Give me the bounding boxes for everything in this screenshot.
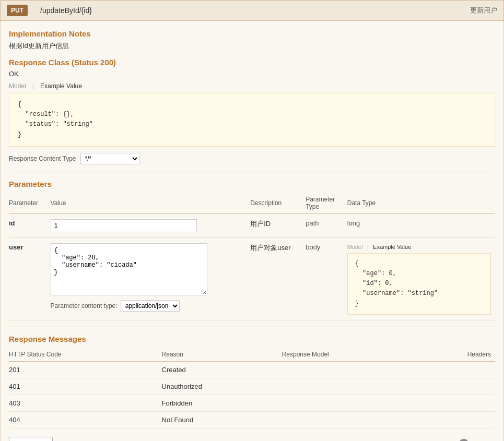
response-class-ok: OK [9, 70, 495, 78]
content-area: Implementation Notes 根据Id更新用户信息 Response… [0, 21, 504, 441]
param-textarea-user[interactable]: { "age": 28, "username": "cicada" } [51, 243, 207, 295]
param-data-type-user-cell: Model | Example Value { "age": 0, "id": … [347, 237, 495, 320]
inline-model-tabs: Model | Example Value [347, 243, 491, 251]
endpoint-title: 更新用户 [470, 6, 497, 15]
reason-403: Forbidden [162, 395, 282, 411]
col-parameter-type: Parameter Type [306, 193, 347, 214]
table-row: 201 Created [9, 361, 495, 378]
param-value-id-input[interactable] [51, 219, 197, 232]
reason-401: Unauthorized [162, 378, 282, 395]
implementation-notes-title: Implementation Notes [9, 29, 495, 38]
param-description-id: 用户ID [250, 213, 306, 237]
param-content-type-select[interactable]: application/json text/plain [121, 300, 180, 312]
param-value-user-cell: { "age": 28, "username": "cicada" } Para… [51, 237, 251, 320]
data-type-id: long [347, 213, 495, 237]
divider [9, 172, 495, 172]
status-201: 201 [9, 361, 162, 378]
param-value-id-cell [51, 213, 251, 237]
param-name-user: user [9, 237, 51, 320]
response-class-title: Response Class (Status 200) [9, 58, 495, 67]
status-401: 401 [9, 378, 162, 395]
model-401 [282, 378, 420, 395]
response-content-type-row: Response Content Type */* application/js… [9, 153, 495, 164]
headers-403 [420, 395, 495, 411]
parameters-title: Parameters [9, 180, 495, 188]
implementation-notes-desc: 根据Id更新用户信息 [9, 41, 495, 51]
response-content-type-select[interactable]: */* application/json text/plain [80, 153, 139, 164]
status-403: 403 [9, 395, 162, 411]
try-it-button[interactable]: Try it out! [9, 437, 53, 441]
table-row: id 用户ID path long [9, 213, 495, 237]
param-type-user: body [306, 237, 347, 320]
headers-201 [420, 361, 495, 378]
tab-separator: | [32, 82, 34, 90]
response-code-block: { "result": {}, "status": "string" } [9, 93, 495, 147]
model-403 [282, 395, 420, 411]
response-example-value-tab[interactable]: Example Value [40, 82, 82, 90]
col-description: Description [250, 193, 306, 214]
reason-201: Created [162, 361, 282, 378]
inline-model-tab[interactable]: Model [347, 244, 363, 250]
param-type-id: path [306, 213, 347, 237]
page-container: PUT /updateById/{id} 更新用户 Implementation… [0, 0, 504, 441]
param-content-type-label: Parameter content type: [51, 302, 118, 309]
inline-tab-separator: | [367, 243, 369, 251]
reason-404: Not Found [162, 411, 282, 428]
status-404: 404 [9, 411, 162, 428]
response-model-tab[interactable]: Model [9, 82, 26, 90]
param-description-user: 用户对象user [250, 237, 306, 320]
table-row: user { "age": 28, "username": "cicada" }… [9, 237, 495, 320]
col-response-model: Response Model [282, 348, 420, 362]
parameters-table: Parameter Value Description Parameter Ty… [9, 193, 495, 320]
col-value: Value [51, 193, 251, 214]
col-http-status: HTTP Status Code [9, 348, 162, 362]
col-data-type: Data Type [347, 193, 495, 214]
table-row: 401 Unauthorized [9, 378, 495, 395]
watermark: 创 创新互联 [459, 439, 495, 441]
inline-code-block: { "age": 0, "id": 0, "username": "string… [347, 253, 491, 315]
method-badge: PUT [7, 5, 28, 16]
endpoint-header: PUT /updateById/{id} 更新用户 [0, 0, 504, 21]
endpoint-path: /updateById/{id} [40, 6, 92, 15]
model-201 [282, 361, 420, 378]
response-content-type-label: Response Content Type [9, 155, 76, 162]
inline-example-value-tab[interactable]: Example Value [373, 244, 411, 250]
col-headers: Headers [420, 348, 495, 362]
param-content-type-row: Parameter content type: application/json… [51, 300, 247, 312]
headers-404 [420, 411, 495, 428]
col-parameter: Parameter [9, 193, 51, 214]
table-row: 404 Not Found [9, 411, 495, 428]
try-it-row: Try it out! 创 创新互联 [9, 437, 495, 441]
table-row: 403 Forbidden [9, 395, 495, 411]
col-reason: Reason [162, 348, 282, 362]
model-404 [282, 411, 420, 428]
watermark-logo: 创 [459, 439, 469, 441]
response-model-tabs: Model | Example Value [9, 82, 495, 90]
divider-2 [9, 327, 495, 327]
headers-401 [420, 378, 495, 395]
response-messages-table: HTTP Status Code Reason Response Model H… [9, 348, 495, 428]
response-messages-title: Response Messages [9, 335, 495, 343]
param-name-id: id [9, 213, 51, 237]
